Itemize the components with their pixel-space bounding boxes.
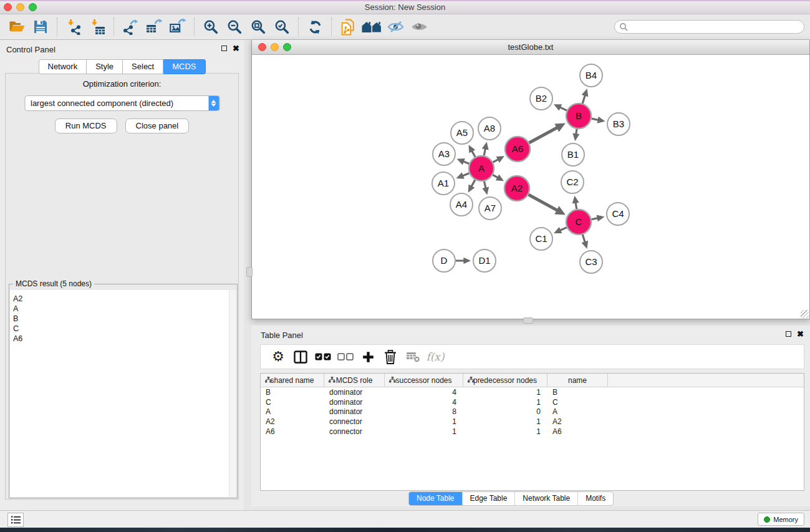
graph-node-A7[interactable]: A7 (479, 197, 501, 220)
graph-node-C4[interactable]: C4 (607, 203, 629, 225)
table-cell[interactable]: A6 (261, 427, 324, 436)
graph-node-C[interactable]: C (566, 210, 591, 235)
table-cell[interactable]: C (261, 398, 324, 407)
select-all-columns-button[interactable] (312, 346, 334, 367)
mcds-result-item[interactable]: C (13, 324, 236, 334)
graph-edge-A2-C[interactable] (528, 195, 565, 215)
add-column-button[interactable] (357, 346, 379, 367)
zoom-selected-button[interactable] (270, 16, 294, 38)
graph-node-A1[interactable]: A1 (432, 172, 455, 195)
delete-columns-button[interactable] (379, 346, 402, 367)
save-session-button[interactable] (29, 16, 52, 38)
export-table-button[interactable] (142, 16, 166, 38)
column-header-name[interactable]: name (547, 374, 608, 387)
network-canvas-svg[interactable]: B4B2BB3A5A8A6A3B1AC2A1A2A4A7C4CC1DD1C3 (252, 55, 809, 319)
graph-edge-B-B3[interactable] (592, 117, 605, 123)
tab-network[interactable]: Network (38, 59, 87, 74)
zoom-fit-button[interactable] (246, 16, 270, 38)
table-row[interactable]: Cdominator41C (261, 397, 804, 407)
run-mcds-button[interactable]: Run MCDS (55, 118, 117, 133)
table-cell[interactable]: dominator (324, 398, 385, 407)
horizontal-splitter-grip[interactable] (523, 317, 533, 324)
search-input[interactable] (629, 21, 804, 32)
task-history-button[interactable] (7, 513, 24, 527)
graph-edge-A-A2[interactable] (493, 175, 504, 181)
close-panel-button[interactable]: Close panel (125, 118, 190, 133)
tab-edge-table[interactable]: Edge Table (462, 492, 515, 505)
function-builder-button[interactable]: f(x) (424, 346, 446, 367)
graph-edge-A-A5[interactable] (469, 145, 476, 157)
network-canvas[interactable]: B4B2BB3A5A8A6A3B1AC2A1A2A4A7C4CC1DD1C3 (252, 55, 809, 319)
graph-node-D[interactable]: D (433, 249, 455, 272)
graph-node-A[interactable]: A (469, 156, 494, 181)
import-table-button[interactable] (85, 16, 109, 38)
graph-node-C2[interactable]: C2 (561, 171, 584, 193)
table-cell[interactable]: B (261, 388, 324, 397)
table-cell[interactable]: 0 (463, 407, 547, 416)
float-panel-icon[interactable] (221, 46, 227, 51)
graph-node-B[interactable]: B (566, 104, 591, 128)
tab-select[interactable]: Select (123, 59, 163, 74)
table-cell[interactable]: connector (324, 427, 385, 436)
graph-edge-B-B2[interactable] (554, 104, 567, 110)
table-cell[interactable]: dominator (324, 388, 385, 397)
table-cell[interactable]: A (261, 407, 324, 416)
mcds-list-scrollbar[interactable] (229, 290, 236, 497)
hide-graphics-details-button[interactable] (383, 16, 407, 38)
show-graphics-details-button[interactable] (407, 16, 431, 38)
graph-node-A8[interactable]: A8 (478, 117, 501, 140)
graph-edge-D-D1[interactable] (456, 258, 471, 264)
table-cell[interactable]: 8 (385, 407, 463, 416)
show-column-button[interactable] (289, 346, 312, 367)
graph-edge-C-C3[interactable] (582, 235, 589, 249)
graph-edge-A6-B[interactable] (529, 123, 565, 143)
refresh-button[interactable] (303, 16, 327, 38)
column-header-shared-name[interactable]: shared name (261, 374, 324, 387)
table-cell[interactable]: A2 (261, 417, 324, 426)
graph-edge-A-A6[interactable] (493, 156, 504, 163)
clone-network-button[interactable] (336, 16, 360, 38)
graph-edge-B-B1[interactable] (572, 129, 579, 141)
memory-button[interactable]: Memory (758, 513, 804, 526)
tab-style[interactable]: Style (87, 59, 123, 74)
float-panel-icon[interactable] (786, 331, 791, 337)
close-panel-icon[interactable]: ✖ (797, 331, 804, 337)
home-views-button[interactable] (360, 16, 383, 38)
zoom-in-button[interactable] (199, 16, 223, 38)
mcds-result-item[interactable]: A2 (13, 294, 236, 304)
graph-edge-B-B4[interactable] (582, 89, 589, 104)
graph-edge-C-C1[interactable] (554, 227, 567, 233)
graph-edge-A-A1[interactable] (456, 172, 469, 178)
table-cell[interactable]: 1 (463, 427, 547, 436)
zoom-out-button[interactable] (223, 16, 246, 38)
export-image-button[interactable] (166, 16, 190, 38)
graph-node-C3[interactable]: C3 (580, 251, 602, 273)
table-cell[interactable]: 1 (385, 417, 463, 426)
table-cell[interactable]: dominator (324, 407, 385, 416)
table-cell[interactable]: 4 (385, 388, 463, 397)
mcds-result-list[interactable]: A2ABCA6 (10, 290, 236, 497)
graph-edge-A-A3[interactable] (457, 158, 470, 165)
table-cell[interactable]: B (547, 388, 608, 397)
tab-mcds[interactable]: MCDS (163, 59, 205, 74)
window-resize-grip[interactable] (801, 310, 809, 318)
graph-edge-A-A8[interactable] (482, 142, 489, 156)
table-cell[interactable]: A6 (547, 427, 608, 436)
graph-edge-A-A7[interactable] (482, 181, 489, 195)
graph-edge-C-C2[interactable] (572, 196, 579, 210)
table-cell[interactable]: C (547, 398, 608, 407)
close-panel-icon[interactable]: ✖ (233, 45, 239, 52)
tab-network-table[interactable]: Network Table (514, 492, 577, 505)
graph-node-B4[interactable]: B4 (580, 64, 602, 87)
table-row[interactable]: A6connector11A6 (261, 427, 804, 437)
import-network-button[interactable] (62, 16, 85, 38)
mcds-result-item[interactable]: A6 (13, 334, 236, 344)
table-row[interactable]: A2connector11A2 (261, 417, 804, 427)
table-cell[interactable]: A2 (547, 417, 608, 426)
mcds-result-item[interactable]: A (13, 304, 236, 314)
graph-node-C1[interactable]: C1 (530, 228, 552, 250)
table-cell[interactable]: 4 (385, 398, 463, 407)
search-field[interactable] (614, 20, 804, 34)
column-header-MCDS-role[interactable]: MCDS role (324, 374, 385, 387)
table-row[interactable]: Adominator80A (261, 407, 804, 417)
